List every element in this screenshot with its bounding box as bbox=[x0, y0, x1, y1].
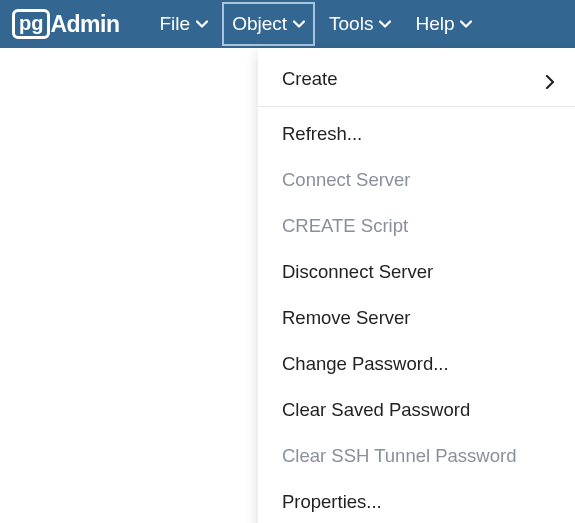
menu-object[interactable]: Object bbox=[220, 0, 317, 48]
dropdown-item-change-password[interactable]: Change Password... bbox=[258, 341, 575, 387]
menu-object-label: Object bbox=[232, 13, 287, 35]
dropdown-item-create[interactable]: Create bbox=[258, 56, 575, 102]
dropdown-item-refresh[interactable]: Refresh... bbox=[258, 111, 575, 157]
dropdown-item-label: Clear SSH Tunnel Password bbox=[282, 445, 516, 467]
chevron-down-icon bbox=[379, 18, 391, 30]
dropdown-divider bbox=[258, 106, 575, 107]
dropdown-item-label: Connect Server bbox=[282, 169, 411, 191]
dropdown-item-label: Properties... bbox=[282, 491, 382, 513]
menubar-items: File Object Tools Help bbox=[148, 0, 485, 48]
dropdown-item-clear-saved-password[interactable]: Clear Saved Password bbox=[258, 387, 575, 433]
dropdown-item-remove-server[interactable]: Remove Server bbox=[258, 295, 575, 341]
chevron-down-icon bbox=[460, 18, 472, 30]
object-dropdown: Create Refresh... Connect Server CREATE … bbox=[258, 48, 575, 523]
dropdown-item-label: Clear Saved Password bbox=[282, 399, 470, 421]
dropdown-item-disconnect-server[interactable]: Disconnect Server bbox=[258, 249, 575, 295]
chevron-down-icon bbox=[196, 18, 208, 30]
dropdown-item-label: CREATE Script bbox=[282, 215, 408, 237]
dropdown-item-label: Refresh... bbox=[282, 123, 362, 145]
dropdown-item-connect-server: Connect Server bbox=[258, 157, 575, 203]
logo-text: Admin bbox=[50, 11, 119, 38]
menu-tools-label: Tools bbox=[329, 13, 373, 35]
chevron-down-icon bbox=[293, 18, 305, 30]
dropdown-item-label: Disconnect Server bbox=[282, 261, 433, 283]
logo-box: pg bbox=[12, 9, 50, 39]
dropdown-item-properties[interactable]: Properties... bbox=[258, 479, 575, 523]
menu-file-label: File bbox=[160, 13, 191, 35]
app-logo: pgAdmin bbox=[12, 9, 120, 39]
menu-help[interactable]: Help bbox=[403, 0, 484, 48]
menubar: pgAdmin File Object Tools Help bbox=[0, 0, 575, 48]
dropdown-item-create-script: CREATE Script bbox=[258, 203, 575, 249]
menu-help-label: Help bbox=[415, 13, 454, 35]
chevron-right-icon bbox=[545, 72, 555, 86]
dropdown-item-label: Create bbox=[282, 68, 338, 90]
dropdown-item-label: Change Password... bbox=[282, 353, 449, 375]
dropdown-item-clear-ssh-tunnel-password: Clear SSH Tunnel Password bbox=[258, 433, 575, 479]
dropdown-item-label: Remove Server bbox=[282, 307, 411, 329]
menu-tools[interactable]: Tools bbox=[317, 0, 403, 48]
menu-file[interactable]: File bbox=[148, 0, 221, 48]
